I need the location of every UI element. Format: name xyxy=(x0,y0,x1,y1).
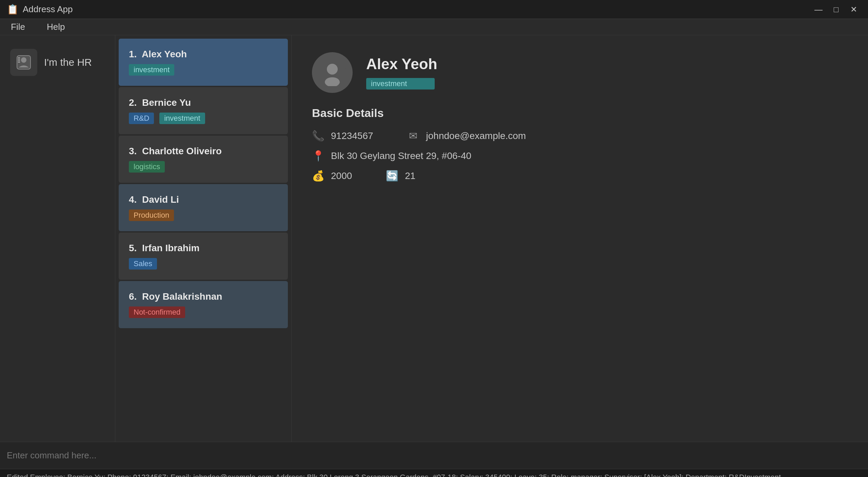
contact-name-bernice-yu: 2. Bernice Yu xyxy=(129,97,278,108)
contact-tag-not-confirmed-roy: Not-confirmed xyxy=(129,306,185,318)
contact-name-roy-balakrishnan: 6. Roy Balakrishnan xyxy=(129,291,278,302)
contact-tag-sales-irfan: Sales xyxy=(129,258,157,270)
maximize-button[interactable]: □ xyxy=(829,3,844,16)
close-button[interactable]: ✕ xyxy=(846,3,861,16)
status-bar: Edited Employee: Bernice Yu; Phone: 9123… xyxy=(0,469,868,477)
address-row: 📍 Blk 30 Geylang Street 29, #06-40 xyxy=(312,150,848,162)
phone-icon: 📞 xyxy=(312,130,324,142)
profile-tag: investment xyxy=(366,78,435,90)
contact-tag-investment-bernice: investment xyxy=(159,113,205,124)
contact-name-charlotte-oliveiro: 3. Charlotte Oliveiro xyxy=(129,146,278,157)
logo-panel: I'm the HR xyxy=(0,35,115,442)
contact-name-david-li: 4. David Li xyxy=(129,194,278,205)
minimize-button[interactable]: — xyxy=(811,3,826,16)
salary-leave-row: 💰 2000 🔄 21 xyxy=(312,170,848,182)
contact-item-bernice-yu[interactable]: 2. Bernice Yu R&D investment xyxy=(119,87,288,134)
contact-tag-production-david: Production xyxy=(129,210,174,221)
contact-tag-rnd-bernice: R&D xyxy=(129,113,154,124)
phone-value: 91234567 xyxy=(331,131,373,141)
app-title: Address App xyxy=(23,4,73,15)
svg-point-6 xyxy=(327,64,338,75)
main-container: I'm the HR 1. Alex Yeoh investment 2. Be… xyxy=(0,35,868,442)
address-icon: 📍 xyxy=(312,150,324,162)
leave-value: 21 xyxy=(405,171,415,181)
avatar xyxy=(312,52,353,93)
title-bar-left: 📋 Address App xyxy=(7,4,73,15)
menu-help[interactable]: Help xyxy=(43,20,69,34)
contact-item-roy-balakrishnan[interactable]: 6. Roy Balakrishnan Not-confirmed xyxy=(119,281,288,328)
section-title-basic-details: Basic Details xyxy=(312,106,848,120)
email-value: johndoe@example.com xyxy=(426,131,526,141)
detail-panel: Alex Yeoh investment Basic Details 📞 912… xyxy=(292,35,868,442)
svg-point-1 xyxy=(21,57,26,63)
profile-header: Alex Yeoh investment xyxy=(312,52,848,93)
profile-name: Alex Yeoh xyxy=(366,56,437,73)
leave-icon: 🔄 xyxy=(386,170,398,182)
contact-item-alex-yeoh[interactable]: 1. Alex Yeoh investment xyxy=(119,39,288,86)
contact-tag-logistics-charlotte: logistics xyxy=(129,161,165,173)
command-bar[interactable] xyxy=(0,442,868,469)
contact-item-david-li[interactable]: 4. David Li Production xyxy=(119,184,288,231)
contact-name-alex-yeoh: 1. Alex Yeoh xyxy=(129,49,278,60)
contact-tag-investment-alex: investment xyxy=(129,64,174,76)
salary-icon: 💰 xyxy=(312,170,324,182)
profile-name-area: Alex Yeoh investment xyxy=(366,56,437,90)
address-value: Blk 30 Geylang Street 29, #06-40 xyxy=(331,151,471,161)
contact-item-charlotte-oliveiro[interactable]: 3. Charlotte Oliveiro logistics xyxy=(119,136,288,183)
logo-area: I'm the HR xyxy=(10,49,92,76)
command-input[interactable] xyxy=(7,450,861,461)
phone-email-row: 📞 91234567 ✉ johndoe@example.com xyxy=(312,130,848,142)
app-icon: 📋 xyxy=(7,4,19,15)
email-icon: ✉ xyxy=(407,130,419,142)
logo-icon xyxy=(10,49,37,76)
contact-item-irfan-ibrahim[interactable]: 5. Irfan Ibrahim Sales xyxy=(119,233,288,280)
menu-file[interactable]: File xyxy=(7,20,29,34)
logo-text: I'm the HR xyxy=(44,57,92,68)
salary-value: 2000 xyxy=(331,171,352,181)
contact-name-irfan-ibrahim: 5. Irfan Ibrahim xyxy=(129,243,278,254)
basic-details-section: Basic Details 📞 91234567 ✉ johndoe@examp… xyxy=(312,106,848,182)
menu-bar: File Help xyxy=(0,19,868,35)
title-bar: 📋 Address App — □ ✕ xyxy=(0,0,868,19)
status-text: Edited Employee: Bernice Yu; Phone: 9123… xyxy=(7,473,781,477)
contact-list: 1. Alex Yeoh investment 2. Bernice Yu R&… xyxy=(115,35,292,442)
window-controls: — □ ✕ xyxy=(811,3,861,16)
